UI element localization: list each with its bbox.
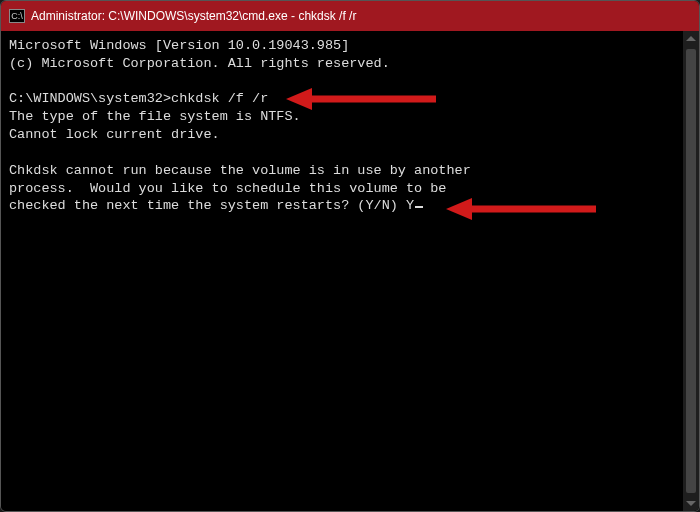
window-title: Administrator: C:\WINDOWS\system32\cmd.e… (31, 9, 691, 23)
typed-input: Y (406, 198, 414, 213)
output-line: Microsoft Windows [Version 10.0.19043.98… (9, 38, 349, 53)
vertical-scrollbar[interactable] (683, 31, 699, 511)
cmd-window: C:\ Administrator: C:\WINDOWS\system32\c… (0, 0, 700, 512)
output-line: (c) Microsoft Corporation. All rights re… (9, 56, 390, 71)
output-line: Cannot lock current drive. (9, 127, 220, 142)
text-cursor (415, 206, 423, 209)
prompt-path: C:\WINDOWS\system32> (9, 91, 171, 106)
typed-command: chkdsk /f /r (171, 91, 268, 106)
terminal-output[interactable]: Microsoft Windows [Version 10.0.19043.98… (1, 31, 699, 511)
scrollbar-thumb[interactable] (686, 49, 696, 493)
output-line: Chkdsk cannot run because the volume is … (9, 163, 471, 178)
cmd-icon: C:\ (9, 9, 25, 23)
output-line: checked the next time the system restart… (9, 198, 406, 213)
titlebar[interactable]: C:\ Administrator: C:\WINDOWS\system32\c… (1, 1, 699, 31)
output-line: The type of the file system is NTFS. (9, 109, 301, 124)
output-line: process. Would you like to schedule this… (9, 181, 446, 196)
